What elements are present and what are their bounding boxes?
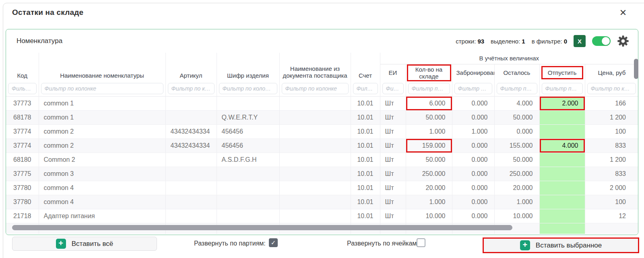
cell-price[interactable]: 2 000 — [585, 181, 638, 195]
table-row[interactable]: 68180 Common 2 A.S.D.F.G.H 10.01 Шт 50.0… — [6, 153, 638, 167]
cell-qty[interactable]: 50.000 — [406, 153, 452, 167]
cell-cipher[interactable]: 456456 — [217, 138, 279, 153]
cell-article[interactable] — [165, 167, 217, 181]
filter-input-code[interactable] — [8, 83, 37, 94]
cell-remaining[interactable]: 250.000 — [494, 167, 539, 181]
cell-code[interactable]: 68178 — [6, 110, 39, 124]
cell-price[interactable]: 100 — [585, 195, 638, 209]
table-row[interactable]: 68178 common 1 Q.W.E.R.T.Y 10.01 Шт 50.0… — [6, 110, 638, 124]
cell-release-annotated[interactable]: 4.000 — [539, 138, 585, 153]
filter-input-qty[interactable] — [408, 83, 450, 94]
filter-input-reserved[interactable] — [454, 83, 492, 94]
cell-cipher[interactable] — [217, 181, 279, 195]
filter-input-unit[interactable] — [382, 83, 404, 94]
col-header-article[interactable]: Артикул — [165, 53, 217, 81]
filter-input-article[interactable] — [168, 83, 215, 94]
cell-code[interactable]: 37773 — [6, 96, 39, 110]
cell-code[interactable]: 37780 — [6, 181, 39, 195]
cell-name[interactable]: common 2 — [39, 138, 165, 153]
cell-price[interactable]: 1 200 — [585, 110, 638, 124]
cell-price[interactable]: 1 200 — [585, 153, 638, 167]
cell-cipher[interactable]: A.S.D.F.G.H — [217, 153, 279, 167]
table-row[interactable]: 37774 common 2 43432434334 456456 10.01 … — [6, 138, 638, 153]
cell-remaining[interactable]: 20.000 — [494, 181, 539, 195]
cell-cipher[interactable]: 456456 — [217, 124, 279, 138]
cell-release[interactable] — [539, 110, 585, 124]
table-row[interactable]: 37780 common 4 10.01 Шт 20.000 0.000 20.… — [6, 181, 638, 195]
cell-unit[interactable]: Шт — [380, 181, 406, 195]
cell-article[interactable] — [165, 96, 217, 110]
cell-code[interactable]: 37774 — [6, 138, 39, 153]
filter-input-cipher[interactable] — [219, 83, 277, 94]
cell-reserved[interactable]: 0.000 — [452, 110, 494, 124]
insert-all-button[interactable]: + Вставить всё — [12, 237, 157, 251]
filter-input-price[interactable] — [587, 83, 636, 94]
col-header-name[interactable]: Наименование номенклатуры — [39, 53, 165, 81]
cell-article[interactable]: 43432434334 — [165, 138, 217, 153]
cell-qty[interactable]: 10.000 — [406, 209, 452, 223]
cell-supplier-doc-name[interactable] — [279, 209, 351, 223]
vertical-scrollbar-thumb[interactable] — [634, 59, 638, 79]
cell-account[interactable]: 10.01 — [351, 209, 380, 223]
cell-unit[interactable]: Шт — [380, 153, 406, 167]
col-header-release[interactable]: Отпустить — [539, 64, 585, 81]
cell-unit[interactable]: Шт — [380, 209, 406, 223]
cell-price[interactable]: 100 — [585, 124, 638, 138]
cell-reserved[interactable]: 0.000 — [452, 153, 494, 167]
cell-supplier-doc-name[interactable] — [279, 181, 351, 195]
cell-reserved[interactable]: 0.000 — [452, 138, 494, 153]
table-row[interactable]: 37773 common 1 10.01 Шт 6.000 0.000 4.00… — [6, 96, 638, 110]
expand-cells-checkbox[interactable] — [417, 238, 425, 247]
cell-remaining[interactable]: 50.000 — [494, 110, 539, 124]
table-row[interactable]: 37775 common 3 10.01 Шт 250.000 0.000 25… — [6, 167, 638, 181]
cell-cipher[interactable] — [217, 195, 279, 209]
cell-account[interactable]: 10.01 — [351, 181, 380, 195]
horizontal-scrollbar-thumb[interactable] — [12, 225, 512, 230]
cell-article[interactable] — [165, 110, 217, 124]
cell-release[interactable] — [539, 153, 585, 167]
cell-supplier-doc-name[interactable] — [279, 153, 351, 167]
cell-name[interactable]: common 1 — [39, 110, 165, 124]
col-header-reserved[interactable]: Забронировано — [452, 64, 494, 81]
col-header-price[interactable]: Цена, руб — [585, 64, 638, 81]
cell-supplier-doc-name[interactable] — [279, 110, 351, 124]
cell-reserved[interactable]: 0.000 — [452, 181, 494, 195]
col-header-remaining[interactable]: Осталось — [494, 64, 539, 81]
cell-release[interactable] — [539, 167, 585, 181]
cell-price[interactable]: 12 — [585, 209, 638, 223]
cell-reserved[interactable]: 1.000 — [452, 124, 494, 138]
cell-unit[interactable]: Шт — [380, 167, 406, 181]
cell-reserved[interactable]: 0.000 — [452, 167, 494, 181]
cell-unit[interactable]: Шт — [380, 96, 406, 110]
cell-qty[interactable]: 1.000 — [406, 124, 452, 138]
cell-account[interactable]: 10.01 — [351, 195, 380, 209]
cell-unit[interactable]: Шт — [380, 110, 406, 124]
cell-unit[interactable]: Шт — [380, 124, 406, 138]
cell-qty[interactable]: 1.000 — [406, 195, 452, 209]
cell-qty-annotated[interactable]: 159.000 — [406, 138, 452, 153]
cell-release[interactable] — [539, 181, 585, 195]
insert-selected-button[interactable]: + Вставить выбранное — [484, 239, 638, 252]
close-icon[interactable]: ✕ — [617, 7, 629, 19]
filter-input-account[interactable] — [353, 83, 378, 94]
filter-input-supplier-doc-name[interactable] — [282, 83, 349, 94]
cell-supplier-doc-name[interactable] — [279, 138, 351, 153]
cell-cipher[interactable] — [217, 209, 279, 223]
col-header-qty-in-stock[interactable]: Кол-во на складе — [406, 64, 452, 81]
cell-cipher[interactable]: Q.W.E.R.T.Y — [217, 110, 279, 124]
table-row[interactable]: 37774 common 2 43432434334 456456 10.01 … — [6, 124, 638, 138]
cell-code[interactable]: 37780 — [6, 195, 39, 209]
toggle-switch[interactable] — [592, 36, 611, 46]
cell-release[interactable] — [539, 195, 585, 209]
cell-name[interactable]: common 4 — [39, 181, 165, 195]
cell-reserved[interactable]: 0.000 — [452, 195, 494, 209]
cell-supplier-doc-name[interactable] — [279, 96, 351, 110]
cell-reserved[interactable]: 0.000 — [452, 209, 494, 223]
cell-remaining[interactable]: 10.000 — [494, 209, 539, 223]
col-header-unit[interactable]: ЕИ — [380, 64, 406, 81]
cell-cipher[interactable] — [217, 167, 279, 181]
cell-code[interactable]: 37775 — [6, 167, 39, 181]
cell-account[interactable]: 10.01 — [351, 96, 380, 110]
col-header-account[interactable]: Счет — [351, 53, 380, 81]
cell-name[interactable]: common 1 — [39, 96, 165, 110]
